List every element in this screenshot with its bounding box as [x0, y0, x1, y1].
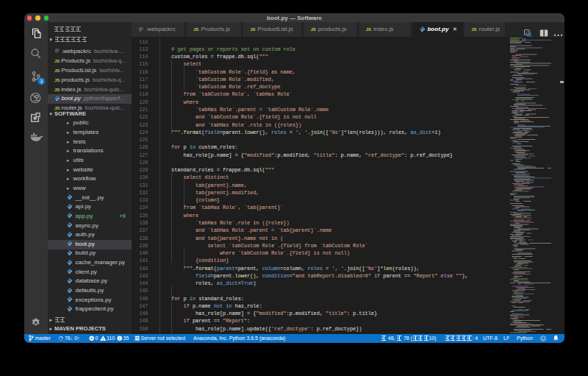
svg-text:3: 3 — [40, 79, 43, 84]
